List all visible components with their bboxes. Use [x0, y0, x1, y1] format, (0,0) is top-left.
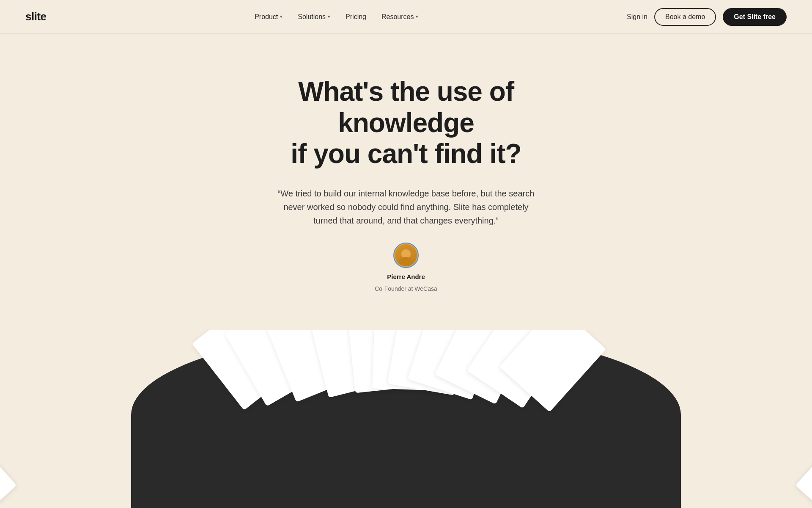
- nav-item-resources[interactable]: Resources ▾: [381, 13, 418, 21]
- hero-title-line1: What's the use of knowledge: [298, 76, 514, 138]
- nav-resources-label: Resources: [381, 13, 414, 21]
- get-slite-free-button[interactable]: Get Slite free: [723, 8, 787, 26]
- avatar-image: [395, 244, 417, 266]
- nav-right: Sign in Book a demo Get Slite free: [627, 8, 787, 26]
- nav-center: Product ▾ Solutions ▾ Pricing Resources …: [255, 13, 418, 21]
- testimonial-author: Pierre Andre Co-Founder at WeCasa: [375, 243, 437, 292]
- testimonial-quote: “We tried to build our internal knowledg…: [271, 187, 541, 227]
- hero-section: What's the use of knowledge if you can't…: [0, 34, 812, 318]
- side-papers-left: [0, 330, 34, 508]
- nav-product-label: Product: [255, 13, 278, 21]
- hero-title: What's the use of knowledge if you can't…: [258, 76, 554, 170]
- navbar: slite Product ▾ Solutions ▾ Pricing Reso…: [0, 0, 812, 34]
- author-name: Pierre Andre: [387, 273, 425, 280]
- nav-item-pricing[interactable]: Pricing: [346, 13, 366, 21]
- logo[interactable]: slite: [25, 10, 47, 23]
- avatar: [393, 243, 419, 268]
- side-paper-card: [796, 416, 812, 508]
- chevron-down-icon: ▾: [416, 14, 418, 19]
- nav-item-solutions[interactable]: Solutions ▾: [298, 13, 330, 21]
- chevron-down-icon: ▾: [280, 14, 283, 19]
- side-papers-right: [778, 330, 812, 508]
- hero-title-line2: if you can't find it?: [291, 138, 521, 169]
- book-demo-button[interactable]: Book a demo: [654, 8, 716, 26]
- bottom-illustration: [0, 330, 812, 508]
- papers-fan: [216, 330, 596, 389]
- author-role: Co-Founder at WeCasa: [375, 285, 437, 292]
- side-paper-card: [0, 416, 16, 508]
- nav-solutions-label: Solutions: [298, 13, 326, 21]
- signin-button[interactable]: Sign in: [627, 13, 647, 21]
- nav-pricing-label: Pricing: [346, 13, 366, 21]
- nav-item-product[interactable]: Product ▾: [255, 13, 283, 21]
- chevron-down-icon: ▾: [328, 14, 330, 19]
